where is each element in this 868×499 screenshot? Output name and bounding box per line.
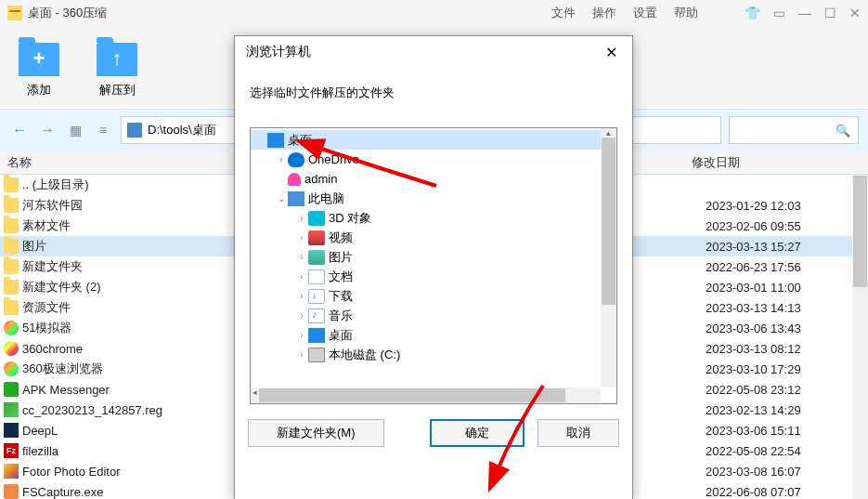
extract-button[interactable]: 解压到 xyxy=(97,37,137,98)
app-icon xyxy=(4,341,19,356)
tree-item[interactable]: ›桌面 xyxy=(251,325,616,345)
skin-icon[interactable]: 👕 xyxy=(745,6,760,20)
file-date: 2023-03-01 11:00 xyxy=(706,281,868,295)
file-date: 2023-03-10 17:29 xyxy=(706,362,868,376)
onedrive-icon xyxy=(288,152,304,167)
minimize-icon[interactable]: — xyxy=(798,6,811,20)
cancel-button[interactable]: 取消 xyxy=(538,419,619,447)
expand-toggle[interactable]: ⌄ xyxy=(275,193,288,204)
column-date[interactable]: 修改日期 xyxy=(692,154,852,171)
vertical-scrollbar[interactable] xyxy=(852,175,868,499)
tree-item[interactable]: ›图片 xyxy=(251,247,616,267)
expand-toggle[interactable]: › xyxy=(295,310,308,321)
tree-item[interactable]: ›音乐 xyxy=(251,306,616,325)
add-label: 添加 xyxy=(27,82,51,98)
expand-toggle[interactable]: › xyxy=(295,232,308,243)
expand-toggle[interactable]: › xyxy=(295,349,308,360)
feedback-icon[interactable]: ▭ xyxy=(773,6,785,20)
file-date: 2022-05-08 23:12 xyxy=(706,383,868,397)
file-date: 2023-02-13 14:29 xyxy=(706,403,868,417)
view-grid-button[interactable]: ▦ xyxy=(65,120,85,140)
menubar: 文件 操作 设置 帮助 xyxy=(551,5,698,21)
add-button[interactable]: 添加 xyxy=(19,37,59,98)
folder-icon xyxy=(4,239,19,254)
menu-settings[interactable]: 设置 xyxy=(633,5,657,21)
tree-label: 文档 xyxy=(329,269,353,285)
view-list-button[interactable]: ≡ xyxy=(93,120,113,140)
close-icon[interactable]: ✕ xyxy=(849,6,861,20)
svg-rect-1 xyxy=(9,10,20,12)
ok-button[interactable]: 确定 xyxy=(430,419,525,447)
tree-label: 音乐 xyxy=(329,308,353,324)
app-icon xyxy=(4,484,19,499)
tree-label: 本地磁盘 (C:) xyxy=(329,347,400,363)
desktop-icon xyxy=(267,133,284,148)
folder-icon xyxy=(4,218,19,233)
tree-label: 下载 xyxy=(329,288,353,305)
file-date: 2023-03-13 14:13 xyxy=(706,301,868,315)
drive-icon xyxy=(127,123,142,138)
dialog-buttons: 新建文件夹(M) 确定 取消 xyxy=(235,412,632,454)
expand-toggle[interactable]: › xyxy=(275,154,288,164)
tree-item[interactable]: ⌄此电脑 xyxy=(251,189,616,208)
app-icon xyxy=(7,6,22,20)
user-icon xyxy=(288,173,301,186)
tree-hscrollbar[interactable] xyxy=(251,387,601,403)
tree-item[interactable]: ›视频 xyxy=(251,228,616,247)
path-text: D:\tools\桌面 xyxy=(148,122,216,138)
expand-toggle[interactable]: › xyxy=(295,291,308,301)
tree-label: 桌面 xyxy=(288,132,312,149)
disk-icon xyxy=(308,348,325,362)
dl-icon xyxy=(308,289,325,304)
file-date: 2023-03-13 15:27 xyxy=(706,240,868,254)
doc-icon xyxy=(308,269,325,284)
tree-item[interactable]: ›下载 xyxy=(251,286,616,306)
tree-item[interactable]: ›OneDrive xyxy=(251,150,616,169)
file-date: 2023-03-06 15:11 xyxy=(706,424,868,438)
file-date: 2023-03-13 08:12 xyxy=(706,342,868,356)
back-button[interactable]: ← xyxy=(9,120,30,140)
menu-help[interactable]: 帮助 xyxy=(674,5,698,21)
maximize-icon[interactable]: ☐ xyxy=(824,6,836,20)
folder-icon xyxy=(4,177,19,192)
tree-item[interactable]: ›文档 xyxy=(251,267,616,286)
folder-icon xyxy=(4,198,19,213)
expand-toggle[interactable]: › xyxy=(295,252,308,262)
window-title: 桌面 - 360压缩 xyxy=(28,5,551,21)
dialog-prompt: 选择临时文件解压的文件夹 xyxy=(235,68,632,111)
file-date: 2023-03-08 16:07 xyxy=(706,465,868,479)
file-type-icon xyxy=(4,402,19,417)
video-icon xyxy=(308,230,325,245)
menu-operation[interactable]: 操作 xyxy=(592,5,616,21)
folder-tree: 桌面›OneDriveadmin⌄此电脑›3D 对象›视频›图片›文档›下载›音… xyxy=(250,127,617,404)
obj3d-icon xyxy=(308,211,325,226)
tree-label: 桌面 xyxy=(329,327,353,344)
new-folder-button[interactable]: 新建文件夹(M) xyxy=(248,419,384,447)
expand-toggle[interactable]: › xyxy=(295,271,308,282)
app-icon xyxy=(4,361,19,376)
tree-label: OneDrive xyxy=(308,152,359,166)
window-controls: 👕 ▭ — ☐ ✕ xyxy=(745,6,861,20)
search-input[interactable]: 🔍 xyxy=(729,116,859,144)
tree-label: 此电脑 xyxy=(308,190,344,207)
dialog-title: 浏览计算机 xyxy=(246,44,602,60)
expand-toggle[interactable]: › xyxy=(295,213,308,223)
tree-label: 3D 对象 xyxy=(329,210,371,227)
folder-icon xyxy=(4,300,19,315)
pc-icon xyxy=(288,191,304,206)
tree-item[interactable]: ›本地磁盘 (C:) xyxy=(251,345,616,364)
expand-toggle[interactable]: › xyxy=(295,330,308,340)
dialog-close-button[interactable]: ✕ xyxy=(602,44,621,61)
folder-icon xyxy=(4,259,19,274)
tree-vscrollbar[interactable] xyxy=(601,128,616,387)
forward-button[interactable]: → xyxy=(37,120,58,140)
pic-icon xyxy=(308,250,325,265)
app-icon xyxy=(4,382,19,397)
tree-item[interactable]: ›3D 对象 xyxy=(251,208,616,228)
tree-item[interactable]: 桌面 xyxy=(251,130,616,150)
file-date: 2023-01-29 12:03 xyxy=(706,199,868,213)
app-icon xyxy=(4,321,19,335)
menu-file[interactable]: 文件 xyxy=(551,5,576,21)
tree-item[interactable]: admin xyxy=(251,169,616,189)
music-icon xyxy=(308,309,325,323)
